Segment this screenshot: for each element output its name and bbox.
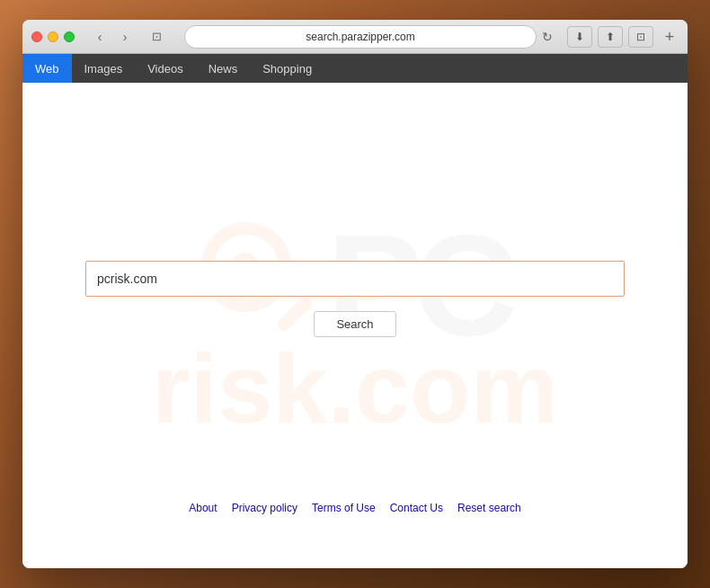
tab-news[interactable]: News <box>196 54 251 83</box>
footer-terms-link[interactable]: Terms of Use <box>312 502 376 514</box>
browser-window: ‹ › ⊡ search.parazipper.com ↻ ⬇ ⬆ ⊡ + We… <box>22 20 688 568</box>
footer-contact-link[interactable]: Contact Us <box>390 502 443 514</box>
address-bar-container: search.parazipper.com ↻ <box>184 25 553 49</box>
search-input[interactable] <box>85 261 625 297</box>
tab-shopping[interactable]: Shopping <box>250 54 324 83</box>
nav-bar: Web Images Videos News Shopping <box>22 54 688 83</box>
nav-buttons: ‹ › <box>89 26 136 48</box>
footer-privacy-link[interactable]: Privacy policy <box>232 502 297 514</box>
download-button[interactable]: ⬇ <box>567 26 592 48</box>
add-tab-button[interactable]: + <box>661 28 679 46</box>
toolbar-right: ⬇ ⬆ ⊡ <box>567 26 653 48</box>
footer-links: About Privacy policy Terms of Use Contac… <box>189 502 520 514</box>
tab-overview-button[interactable]: ⊡ <box>143 26 170 48</box>
watermark-bottom-text: risk.com <box>152 339 558 438</box>
tab-images[interactable]: Images <box>72 54 136 83</box>
footer-reset-link[interactable]: Reset search <box>457 502 521 514</box>
traffic-lights <box>31 31 75 42</box>
footer-about-link[interactable]: About <box>189 502 217 514</box>
close-button[interactable] <box>31 31 42 42</box>
address-bar[interactable]: search.parazipper.com <box>184 25 537 49</box>
forward-button[interactable]: › <box>114 26 136 48</box>
minimize-button[interactable] <box>48 31 58 42</box>
reload-button[interactable]: ↻ <box>542 30 553 44</box>
tab-web[interactable]: Web <box>22 54 72 83</box>
page-content: PC risk.com Search About Privacy policy … <box>22 83 688 568</box>
maximize-button[interactable] <box>64 31 75 42</box>
back-button[interactable]: ‹ <box>89 26 111 48</box>
share-button[interactable]: ⬆ <box>598 26 623 48</box>
search-area: Search <box>22 261 688 337</box>
fullscreen-button[interactable]: ⊡ <box>628 26 653 48</box>
tab-videos[interactable]: Videos <box>135 54 196 83</box>
search-button[interactable]: Search <box>314 311 395 337</box>
url-text: search.parazipper.com <box>306 31 414 43</box>
title-bar: ‹ › ⊡ search.parazipper.com ↻ ⬇ ⬆ ⊡ + <box>22 20 688 54</box>
